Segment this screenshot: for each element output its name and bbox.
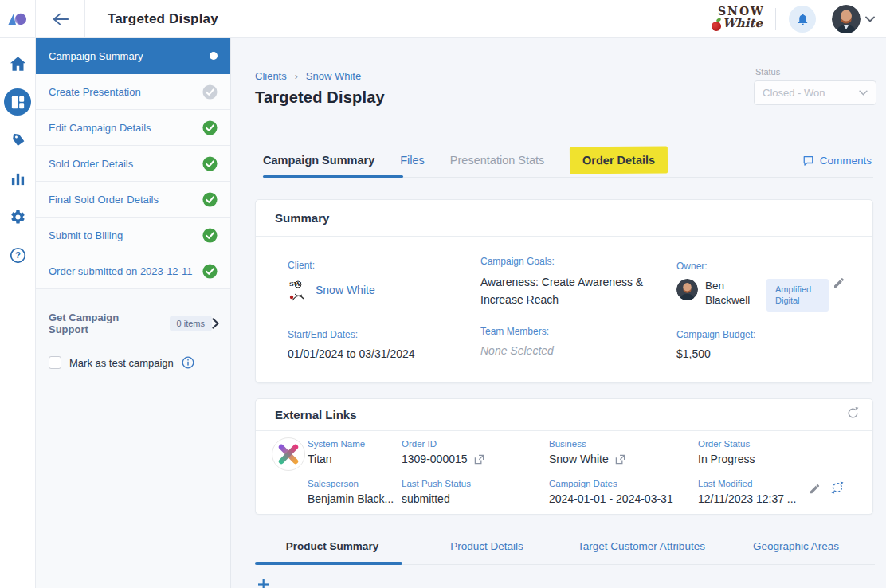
add-product-plus-icon[interactable] <box>258 579 269 588</box>
app-logo[interactable] <box>0 0 36 38</box>
order-id-label: Order ID <box>402 439 484 449</box>
budget-value: $1,500 <box>676 347 755 360</box>
sidebar-item-campaign-summary[interactable]: Campaign Summary <box>36 38 230 74</box>
settings-nav-button[interactable] <box>4 203 31 230</box>
client-label: Client: <box>288 260 375 271</box>
support-items-badge: 0 items <box>170 316 212 331</box>
last-modified-field: Last Modified 12/11/2023 12:37 ... <box>698 479 797 505</box>
system-name-label: System Name <box>308 439 365 449</box>
push-status-value: submitted <box>402 492 471 505</box>
salesperson-value: Benjamin Black... <box>308 492 394 505</box>
external-link-icon[interactable] <box>474 454 484 465</box>
campaign-dates-value: 2024-01-01 - 2024-03-31 <box>549 492 673 505</box>
budget-field: Campaign Budget: $1,500 <box>676 329 755 360</box>
tab-product-summary[interactable]: Product Summary <box>255 535 410 557</box>
support-label: Get Campaign Support <box>49 312 162 335</box>
client-link[interactable]: Snow White <box>316 284 375 296</box>
chevron-right-icon <box>212 318 219 329</box>
summary-card-title: Summary <box>256 200 872 237</box>
avatar[interactable] <box>832 5 861 33</box>
icon-rail: ? <box>0 38 36 588</box>
team-value: None Selected <box>480 344 554 357</box>
topbar-right: SNOW White <box>710 2 886 36</box>
divider <box>775 8 776 30</box>
sidebar-item-label: Sold Order Details <box>49 158 133 170</box>
campaign-dates-label: Campaign Dates <box>549 479 673 488</box>
sidebar-item-label: Order submitted on 2023-12-11 <box>49 265 192 277</box>
test-campaign-checkbox[interactable] <box>49 356 61 369</box>
sidebar-item-order-submitted[interactable]: Order submitted on 2023-12-11 <box>36 253 230 289</box>
breadcrumb-snow-white[interactable]: Snow White <box>306 70 361 82</box>
notifications-button[interactable] <box>789 6 816 33</box>
sidebar-item-create-presentation[interactable]: Create Presentation <box>36 74 230 110</box>
help-nav-button[interactable]: ? <box>4 241 31 269</box>
campaigns-nav-button[interactable] <box>4 88 31 116</box>
tags-nav-button[interactable] <box>4 127 31 154</box>
status-select[interactable]: Closed - Won <box>754 80 876 105</box>
check-circle-done-icon <box>202 192 218 207</box>
sidebar-item-final-sold-order-details[interactable]: Final Sold Order Details <box>36 182 230 218</box>
check-circle-done-icon <box>202 156 218 171</box>
get-campaign-support[interactable]: Get Campaign Support 0 items <box>36 312 230 335</box>
status-label: Status <box>755 67 876 76</box>
owner-avatar <box>676 279 698 300</box>
dashboard-grid-icon <box>11 96 25 109</box>
client-mini-logo-icon: SW <box>288 278 308 302</box>
sidebar-item-edit-campaign-details[interactable]: Edit Campaign Details <box>36 110 230 146</box>
tab-order-details[interactable]: Order Details <box>570 147 668 174</box>
sidebar-item-label: Edit Campaign Details <box>49 122 151 134</box>
campaign-tabs: Campaign Summary Files Presentation Stat… <box>263 147 872 174</box>
refresh-icon[interactable] <box>846 406 860 420</box>
gear-icon <box>10 209 26 225</box>
goals-field: Campaign Goals: Awareness: Create Awaren… <box>480 256 672 308</box>
client-field: Client: SW Snow White <box>288 260 375 302</box>
chevron-down-icon <box>865 16 875 22</box>
tab-presentation-stats[interactable]: Presentation Stats <box>450 149 545 171</box>
comment-bubble-icon <box>802 155 814 167</box>
breadcrumb-clients[interactable]: Clients <box>255 70 287 82</box>
tag-icon <box>10 132 26 149</box>
test-campaign-label: Mark as test campaign <box>69 357 174 369</box>
order-id-field: Order ID 1309-000015 <box>402 439 484 465</box>
sidebar-item-sold-order-details[interactable]: Sold Order Details <box>36 146 230 182</box>
last-modified-value: 12/11/2023 12:37 ... <box>698 492 797 505</box>
product-active-tab-underline <box>255 562 402 565</box>
dates-field: Start/End Dates: 01/01/2024 to 03/31/202… <box>288 329 415 360</box>
tab-campaign-summary[interactable]: Campaign Summary <box>263 149 374 171</box>
summary-card: Summary Client: SW Snow White Campaign G… <box>255 199 873 383</box>
bar-chart-icon <box>10 171 25 186</box>
tab-product-details[interactable]: Product Details <box>410 535 564 557</box>
sync-icon[interactable] <box>830 480 845 495</box>
reports-nav-button[interactable] <box>4 165 31 192</box>
order-id-value: 1309-000015 <box>402 453 468 465</box>
topbar: Targeted Display SNOW White <box>0 0 886 38</box>
comments-link[interactable]: Comments <box>802 155 872 167</box>
external-link-icon[interactable] <box>615 454 625 465</box>
sidebar-item-label: Campaign Summary <box>49 50 143 62</box>
apple-icon <box>712 22 721 31</box>
back-button[interactable] <box>36 0 85 38</box>
comments-label: Comments <box>820 155 872 167</box>
home-icon <box>10 56 26 72</box>
window-title: Targeted Display <box>108 11 218 27</box>
sidebar-item-label: Create Presentation <box>49 86 141 98</box>
owner-team-badge: Amplified Digital <box>766 279 829 312</box>
system-name-value: Titan <box>308 453 365 465</box>
tab-geographic-areas[interactable]: Geographic Areas <box>719 535 873 557</box>
dates-value: 01/01/2024 to 03/31/2024 <box>288 347 415 360</box>
edit-owner-pencil-icon[interactable] <box>833 276 845 289</box>
edit-external-link-pencil-icon[interactable] <box>809 483 821 495</box>
tab-target-customer-attributes[interactable]: Target Customer Attributes <box>564 535 719 557</box>
external-links-title: External Links <box>256 399 872 431</box>
user-menu[interactable] <box>832 5 875 33</box>
tab-files[interactable]: Files <box>400 149 425 171</box>
sidebar-item-label: Final Sold Order Details <box>49 194 159 206</box>
main-content: Clients › Snow White Targeted Display St… <box>231 38 886 588</box>
sidebar-item-submit-to-billing[interactable]: Submit to Billing <box>36 218 230 253</box>
check-circle-pending-icon <box>202 84 218 100</box>
info-icon[interactable] <box>182 356 194 369</box>
home-nav-button[interactable] <box>4 50 31 77</box>
status-group: Status Closed - Won <box>754 67 876 105</box>
titan-x-icon <box>278 444 299 465</box>
page-title: Targeted Display <box>255 88 385 107</box>
